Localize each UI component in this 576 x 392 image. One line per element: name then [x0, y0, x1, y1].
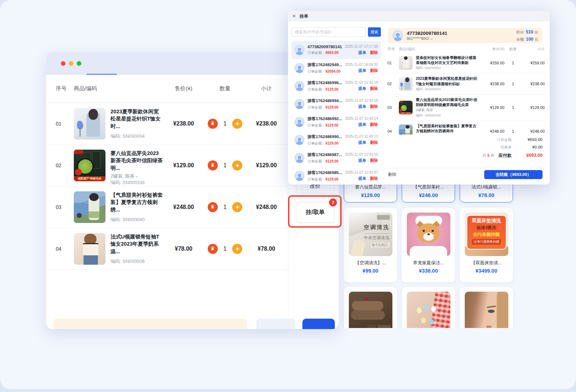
product-card-price: ¥129.00 — [361, 192, 380, 198]
product-image-knit-tshirt — [399, 77, 413, 91]
held-order-item[interactable]: 游客1762486992... 订单金额：¥129.00 2025-11-07 … — [292, 113, 381, 131]
product-card-name: 赛八仙贡品芽... — [355, 184, 386, 190]
detail-items-scroll-area[interactable]: 01 竖条纹衬衫女长袖春季翻领设计感落肩袖斑马纹衬衣女文艺时尚新款 编码: SN… — [387, 53, 545, 135]
retrieve-order-link[interactable]: 提单 — [358, 50, 366, 55]
held-order-item[interactable]: 游客1762486994... 订单金额：¥129.00 2025-11-07 … — [292, 95, 381, 113]
plus-icon: + — [235, 204, 239, 210]
delete-order-link[interactable]: 删除 — [370, 86, 378, 91]
product-image-tea: 信阳原产 特级毛尖 — [399, 101, 413, 114]
quantity-value: 1 — [504, 105, 522, 110]
held-order-item[interactable]: 游客1762482949... 订单金额：¥2084.00 2025-11-07… — [292, 59, 381, 77]
delete-order-link[interactable]: 删除 — [370, 50, 378, 55]
brow-graphic — [486, 305, 496, 308]
add-item-button[interactable]: + — [232, 160, 242, 170]
secondary-action-bar[interactable] — [256, 319, 295, 329]
add-item-button[interactable]: + — [232, 119, 242, 129]
maximize-window-icon[interactable] — [77, 61, 81, 66]
minimize-window-icon[interactable] — [69, 61, 73, 66]
product-card-name: 【双面床垫清... — [471, 260, 501, 266]
product-card-nails[interactable] — [402, 287, 455, 328]
product-title: 2023夏季新款休闲宽松星星提花针织T恤女时髦百搭圆领针织衫 — [416, 76, 479, 86]
detail-row: 02 2023夏季新款休闲宽松星星提花针织T恤女时髦百搭圆领针织衫 编码: SN… — [387, 73, 545, 94]
nail — [417, 307, 422, 313]
order-amount: 订单金额：¥129.00 — [307, 87, 345, 92]
retrieve-order-link[interactable]: 提单 — [358, 140, 366, 145]
add-item-button[interactable]: + — [232, 202, 242, 212]
close-window-icon[interactable] — [61, 61, 66, 66]
retrieve-order-link[interactable]: 提单 — [358, 104, 366, 109]
close-icon[interactable]: × — [292, 13, 296, 19]
product-card-beauty[interactable] — [460, 287, 513, 328]
row-index: 03 — [387, 105, 399, 110]
row-index: 01 — [387, 61, 399, 65]
member-info-bar[interactable] — [53, 319, 247, 329]
customer-name: 游客1762486985... — [307, 170, 345, 176]
product-card-mattress-cleaning[interactable]: 双面床垫清洗 标准4重洗 去污杀菌抑菌 洁净污渍整夜好眠 【双面床垫清... ¥… — [460, 208, 513, 282]
quantity-stepper: 1 + — [203, 244, 247, 254]
held-order-item[interactable]: 游客1762486985... 订单金额：¥129.00 2025-11-07 … — [292, 167, 381, 181]
search-input[interactable] — [292, 27, 366, 37]
delete-order-link[interactable]: 删除 — [370, 122, 378, 127]
cart-row: 04 法式U领露锁骨短袖T恤女2023年夏季奶系温... 编码: SN00000… — [46, 228, 288, 270]
delete-order-link[interactable]: 删除 — [370, 158, 378, 163]
retrieve-order-link[interactable]: 提单 — [358, 68, 366, 73]
header-product: 商品/编码 — [74, 85, 164, 92]
held-order-item[interactable]: 游客1762486996... 订单金额：¥129.00 2025-11-07 … — [292, 77, 381, 95]
remove-item-button[interactable] — [208, 119, 218, 129]
retrieve-order-link[interactable]: 提单 — [358, 158, 366, 163]
points-row: 积分: 510 分 — [516, 28, 538, 36]
held-order-item[interactable]: 游客1762486990... 订单金额：¥129.00 2025-11-07 … — [292, 131, 381, 149]
customer-card: 477382009780141 861******8802 积分: 510 分 … — [388, 28, 543, 43]
ad-headline: 空调清洗 — [364, 224, 390, 231]
product-code: 编码: SN000338 — [416, 113, 479, 118]
customer-name: 游客1762486987... — [307, 152, 345, 158]
product-card-price: ¥78.00 — [478, 192, 494, 198]
retrieve-order-link[interactable]: 提单 — [358, 176, 366, 181]
search-button[interactable]: 搜索 — [368, 27, 381, 37]
header-no: 序号 — [56, 85, 74, 92]
product-title: 竖条纹衬衫女长袖春季翻领设计感落肩袖斑马纹衬衣女文艺时尚新款 — [416, 55, 479, 65]
remove-item-button[interactable] — [208, 244, 218, 254]
tea-banner-text: 信阳原产 特级毛尖 — [74, 176, 105, 181]
delete-held-order-button[interactable]: 删除 — [388, 172, 396, 177]
product-price: ¥129.00 — [164, 162, 203, 169]
product-image-knit-tshirt — [74, 108, 105, 140]
customer-phone[interactable]: 861******8802 — [407, 37, 447, 41]
checkout-button[interactable]: 去结账（¥693.00） — [484, 170, 543, 179]
product-card-spa[interactable] — [344, 287, 397, 328]
retrieve-order-link[interactable]: 提单 — [358, 122, 366, 127]
delete-order-link[interactable]: 删除 — [370, 68, 378, 73]
plus-icon: + — [235, 245, 239, 252]
chevron-down-icon — [430, 37, 433, 40]
delete-order-link[interactable]: 删除 — [370, 104, 378, 109]
delete-order-link[interactable]: 删除 — [370, 140, 378, 145]
delete-order-link[interactable]: 删除 — [370, 176, 378, 181]
ad-subline: 标准4重洗 — [477, 225, 496, 231]
row-subtotal: ¥129.00 — [522, 105, 545, 110]
remove-item-button[interactable] — [208, 160, 218, 170]
row-subtotal: ¥238.00 — [247, 120, 286, 127]
sku-selector[interactable]: 2罐装, 陈茶 — [111, 173, 164, 179]
link-divider: | — [368, 158, 369, 163]
detail-table-header: 序号 商品/编码 售价(¥) 数量 小计 — [387, 47, 545, 52]
held-order-item[interactable]: 477382009780141 订单金额：¥693.00 2025-11-07 … — [292, 41, 381, 59]
product-card-pet-cleaning[interactable]: 养宠家庭保洁... ¥338.00 — [402, 208, 455, 282]
mattress-cleaning-ad-image: 双面床垫清洗 标准4重洗 去污杀菌抑菌 洁净污渍整夜好眠 — [465, 213, 508, 256]
berry-graphic — [365, 297, 368, 301]
customer-avatar-icon — [294, 171, 305, 181]
checkout-bar[interactable] — [302, 319, 335, 329]
product-card-ac-cleaning[interactable]: 空调清洗 中央空调清洗 每个出风口 【空调清洗】... ¥99.00 — [344, 208, 397, 282]
retrieve-order-link[interactable]: 提单 — [358, 86, 366, 91]
add-item-button[interactable]: + — [232, 244, 242, 254]
hold-retrieve-order-button[interactable]: 挂/取单 — [296, 202, 334, 223]
plus-icon: + — [235, 120, 239, 127]
dog-nose — [427, 233, 430, 235]
remove-item-button[interactable] — [208, 202, 218, 212]
order-timestamp: 2025-11-07 11:43:14 — [345, 117, 378, 120]
held-order-item[interactable]: 游客1762486987... 订单金额：¥129.00 2025-11-07 … — [292, 149, 381, 167]
cart-table: 序号 商品/编码 售价(¥) 数量 小计 01 2023夏季新款休闲宽松星星提花… — [46, 75, 288, 270]
header-product: 商品/编码 — [399, 47, 481, 52]
model-face-image — [465, 292, 508, 328]
customer-name: 游客1762486994... — [307, 98, 345, 104]
product-title: 【气质甜美衬衫短裤套装】夏季复古方领刺绣衬衣西裤两件 — [416, 123, 479, 133]
